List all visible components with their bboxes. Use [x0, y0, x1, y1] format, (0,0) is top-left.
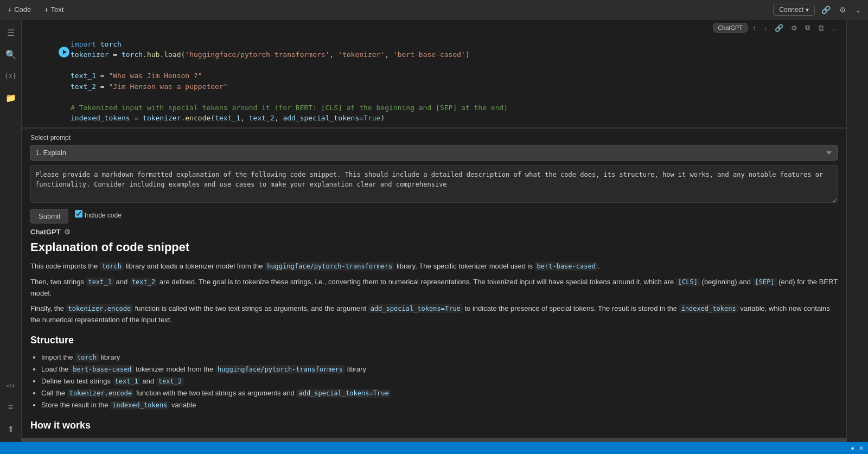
code-label: Code	[14, 5, 31, 14]
link-icon-btn[interactable]: 🔗	[819, 3, 833, 16]
content-area: ChatGPT ↑ ↓ 🔗 ⚙ ⧉ 🗑 … import torch token…	[22, 20, 846, 442]
bottom-bar: ● ✕	[0, 442, 868, 454]
prompt-actions: Submit Include code	[30, 204, 838, 226]
response-heading: Explanation of code snippet	[30, 240, 838, 254]
sidebar-variables-icon[interactable]: {x}	[2, 67, 20, 85]
structure-item-4: Call the tokenizer.encode function with …	[41, 387, 838, 399]
structure-item-5: Store the result in the indexed_tokens v…	[41, 399, 838, 411]
sidebar-code-icon[interactable]: </>	[2, 377, 20, 394]
toolbar-right: Connect ▾ 🔗 ⚙ ⌄	[773, 3, 864, 16]
chatgpt-response-header: ChatGPT ⚙	[22, 226, 846, 240]
bottom-close-icon[interactable]: ✕	[859, 445, 864, 452]
structure-item-3: Define two text strings text_1 and text_…	[41, 375, 838, 387]
plus-icon: +	[8, 5, 12, 14]
prompt-select[interactable]: 1. Explain 2. Document 3. Review 4. Fix …	[30, 145, 838, 161]
scroll-bar[interactable]	[22, 438, 846, 442]
left-sidebar: ☰ 🔍 {x} 📁 </> ≡ ⬆	[0, 20, 22, 442]
text-label: Text	[50, 5, 63, 14]
code-toolbar: ChatGPT ↑ ↓ 🔗 ⚙ ⧉ 🗑 …	[713, 22, 842, 34]
add-text-button[interactable]: + Text	[41, 3, 67, 16]
plus-icon-2: +	[44, 5, 48, 14]
expand-icon-btn[interactable]: ⌄	[853, 3, 864, 16]
sidebar-list-icon[interactable]: ≡	[2, 399, 20, 416]
connect-button[interactable]: Connect ▾	[773, 4, 815, 16]
select-prompt-section: Select prompt 1. Explain 2. Document 3. …	[22, 128, 846, 226]
bottom-circle-icon[interactable]: ●	[851, 445, 854, 451]
add-code-button[interactable]: + Code	[4, 3, 34, 16]
structure-item-1: Import the torch library	[41, 351, 838, 363]
split-button[interactable]: ⧉	[802, 22, 813, 34]
move-down-button[interactable]: ↓	[761, 22, 770, 34]
chatgpt-tooltip: ChatGPT	[713, 23, 748, 33]
structure-heading: Structure	[30, 335, 838, 346]
delete-button[interactable]: 🗑	[815, 22, 827, 34]
run-button[interactable]	[59, 47, 69, 57]
submit-button[interactable]: Submit	[30, 209, 68, 223]
sidebar-files-icon[interactable]: 📁	[2, 89, 20, 106]
move-up-button[interactable]: ↑	[750, 22, 759, 34]
select-prompt-label: Select prompt	[30, 134, 838, 142]
more-button[interactable]: …	[829, 22, 842, 34]
sidebar-menu-icon[interactable]: ☰	[2, 24, 20, 41]
link-button[interactable]: 🔗	[772, 22, 786, 34]
sidebar-upload-icon[interactable]: ⬆	[2, 420, 20, 438]
connect-label: Connect	[779, 6, 803, 14]
how-it-works-heading: How it works	[30, 420, 838, 431]
structure-item-2: Load the bert-base-cased tokenizer model…	[41, 363, 838, 375]
settings-icon-btn[interactable]: ⚙	[837, 3, 848, 16]
code-editor: ChatGPT ↑ ↓ 🔗 ⚙ ⧉ 🗑 … import torch token…	[22, 20, 846, 128]
panel-area: Select prompt 1. Explain 2. Document 3. …	[22, 128, 846, 438]
include-code-label-text: Include code	[85, 212, 122, 219]
prompt-textarea[interactable]: Please provide a markdown formatted expl…	[30, 165, 838, 203]
code-settings-button[interactable]: ⚙	[788, 22, 800, 34]
response-paragraph-1: This code imports the torch library and …	[30, 261, 838, 272]
top-toolbar: + Code + Text Connect ▾ 🔗 ⚙ ⌄	[0, 0, 868, 20]
main-layout: ☰ 🔍 {x} 📁 </> ≡ ⬆ ChatGPT ↑ ↓ 🔗 ⚙ ⧉ 🗑 … …	[0, 20, 868, 442]
include-code-toggle[interactable]: Include code	[75, 210, 121, 219]
right-sidebar	[846, 20, 868, 442]
scroll-thumb	[22, 438, 846, 442]
include-code-checkbox[interactable]	[75, 210, 82, 218]
code-content[interactable]: import torch tokenizer = torch.hub.load(…	[22, 24, 846, 128]
response-content: Explanation of code snippet This code im…	[22, 240, 846, 438]
toolbar-left: + Code + Text	[4, 3, 67, 16]
sidebar-search-icon[interactable]: 🔍	[2, 46, 20, 63]
response-paragraph-3: Finally, the tokenizer.encode function i…	[30, 303, 838, 326]
chevron-down-icon: ▾	[806, 6, 809, 14]
chatgpt-settings-icon[interactable]: ⚙	[64, 228, 71, 236]
structure-list: Import the torch library Load the bert-b…	[30, 351, 838, 411]
response-paragraph-2: Then, two strings text_1 and text_2 are …	[30, 277, 838, 299]
chatgpt-label: ChatGPT	[30, 228, 61, 236]
